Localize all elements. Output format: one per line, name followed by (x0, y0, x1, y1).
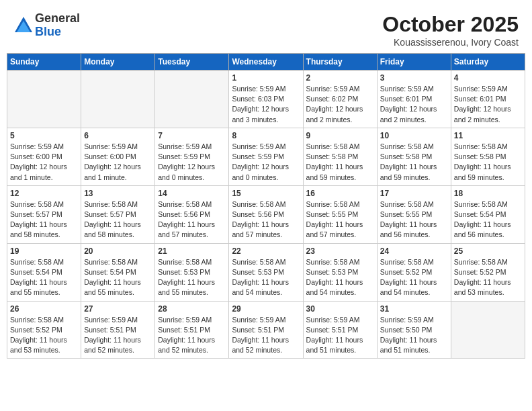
calendar-cell: 27Sunrise: 5:59 AMSunset: 5:51 PMDayligh… (81, 301, 155, 359)
day-info: Sunrise: 5:58 AMSunset: 5:57 PMDaylight:… (10, 199, 78, 240)
day-info: Sunrise: 5:59 AMSunset: 5:50 PMDaylight:… (380, 315, 448, 356)
day-number: 6 (84, 131, 152, 140)
logo-general: General (35, 12, 80, 26)
calendar-week-row: 1Sunrise: 5:59 AMSunset: 6:03 PMDaylight… (7, 71, 525, 128)
day-number: 5 (10, 131, 78, 140)
calendar-cell: 16Sunrise: 5:58 AMSunset: 5:55 PMDayligh… (303, 185, 377, 243)
calendar-cell: 26Sunrise: 5:58 AMSunset: 5:52 PMDayligh… (7, 301, 81, 359)
calendar-cell: 1Sunrise: 5:59 AMSunset: 6:03 PMDaylight… (229, 71, 303, 128)
day-number: 25 (454, 246, 522, 256)
calendar-cell: 11Sunrise: 5:58 AMSunset: 5:58 PMDayligh… (451, 128, 525, 185)
logo: General Blue (13, 12, 80, 39)
day-info: Sunrise: 5:58 AMSunset: 5:58 PMDaylight:… (380, 142, 448, 183)
day-info: Sunrise: 5:59 AMSunset: 5:51 PMDaylight:… (306, 315, 374, 356)
calendar-cell: 30Sunrise: 5:59 AMSunset: 5:51 PMDayligh… (303, 301, 377, 359)
calendar-cell: 5Sunrise: 5:59 AMSunset: 6:00 PMDaylight… (7, 128, 81, 185)
day-number: 12 (10, 189, 78, 198)
day-number: 26 (10, 304, 78, 314)
calendar-header-row: SundayMondayTuesdayWednesdayThursdayFrid… (7, 54, 525, 71)
day-number: 16 (306, 189, 374, 198)
calendar-cell: 3Sunrise: 5:59 AMSunset: 6:01 PMDaylight… (377, 71, 451, 128)
calendar-cell: 24Sunrise: 5:58 AMSunset: 5:52 PMDayligh… (377, 243, 451, 301)
weekday-header: Friday (377, 54, 451, 71)
day-number: 22 (232, 246, 300, 256)
day-number: 13 (84, 189, 152, 198)
weekday-header: Tuesday (155, 54, 229, 71)
calendar-cell (81, 71, 155, 128)
day-info: Sunrise: 5:59 AMSunset: 5:51 PMDaylight:… (84, 315, 152, 356)
calendar-cell (451, 301, 525, 359)
day-number: 10 (380, 131, 448, 140)
day-info: Sunrise: 5:58 AMSunset: 5:57 PMDaylight:… (84, 199, 152, 240)
day-info: Sunrise: 5:59 AMSunset: 6:00 PMDaylight:… (10, 142, 78, 183)
day-info: Sunrise: 5:58 AMSunset: 5:52 PMDaylight:… (10, 315, 78, 356)
logo-blue: Blue (35, 26, 80, 39)
day-number: 7 (158, 131, 226, 140)
day-number: 29 (232, 304, 300, 314)
calendar-cell (155, 71, 229, 128)
day-info: Sunrise: 5:58 AMSunset: 5:53 PMDaylight:… (232, 257, 300, 298)
day-info: Sunrise: 5:59 AMSunset: 6:03 PMDaylight:… (232, 84, 300, 125)
day-info: Sunrise: 5:59 AMSunset: 6:01 PMDaylight:… (380, 84, 448, 125)
calendar-cell: 14Sunrise: 5:58 AMSunset: 5:56 PMDayligh… (155, 185, 229, 243)
calendar-week-row: 12Sunrise: 5:58 AMSunset: 5:57 PMDayligh… (7, 185, 525, 243)
day-info: Sunrise: 5:58 AMSunset: 5:56 PMDaylight:… (158, 199, 226, 240)
day-info: Sunrise: 5:58 AMSunset: 5:58 PMDaylight:… (454, 142, 522, 183)
calendar-cell: 13Sunrise: 5:58 AMSunset: 5:57 PMDayligh… (81, 185, 155, 243)
calendar-cell: 29Sunrise: 5:59 AMSunset: 5:51 PMDayligh… (229, 301, 303, 359)
calendar-cell: 17Sunrise: 5:58 AMSunset: 5:55 PMDayligh… (377, 185, 451, 243)
calendar-cell: 4Sunrise: 5:59 AMSunset: 6:01 PMDaylight… (451, 71, 525, 128)
calendar-cell: 9Sunrise: 5:58 AMSunset: 5:58 PMDaylight… (303, 128, 377, 185)
day-info: Sunrise: 5:58 AMSunset: 5:53 PMDaylight:… (158, 257, 226, 298)
day-info: Sunrise: 5:59 AMSunset: 6:02 PMDaylight:… (306, 84, 374, 125)
day-info: Sunrise: 5:59 AMSunset: 5:59 PMDaylight:… (232, 142, 300, 183)
day-number: 15 (232, 189, 300, 198)
day-number: 9 (306, 131, 374, 140)
day-number: 21 (158, 246, 226, 256)
day-number: 17 (380, 189, 448, 198)
day-number: 30 (306, 304, 374, 314)
calendar-cell: 6Sunrise: 5:59 AMSunset: 6:00 PMDaylight… (81, 128, 155, 185)
calendar-cell: 20Sunrise: 5:58 AMSunset: 5:54 PMDayligh… (81, 243, 155, 301)
day-number: 20 (84, 246, 152, 256)
day-number: 19 (10, 246, 78, 256)
calendar-cell: 2Sunrise: 5:59 AMSunset: 6:02 PMDaylight… (303, 71, 377, 128)
day-number: 28 (158, 304, 226, 314)
month-title: October 2025 (382, 12, 519, 37)
day-number: 3 (380, 73, 448, 83)
calendar-cell: 15Sunrise: 5:58 AMSunset: 5:56 PMDayligh… (229, 185, 303, 243)
day-info: Sunrise: 5:58 AMSunset: 5:54 PMDaylight:… (84, 257, 152, 298)
day-info: Sunrise: 5:58 AMSunset: 5:58 PMDaylight:… (306, 142, 374, 183)
logo-text: General Blue (35, 12, 80, 39)
day-info: Sunrise: 5:59 AMSunset: 5:51 PMDaylight:… (158, 315, 226, 356)
calendar-cell: 23Sunrise: 5:58 AMSunset: 5:53 PMDayligh… (303, 243, 377, 301)
day-number: 2 (306, 73, 374, 83)
calendar-week-row: 26Sunrise: 5:58 AMSunset: 5:52 PMDayligh… (7, 301, 525, 359)
calendar-cell: 22Sunrise: 5:58 AMSunset: 5:53 PMDayligh… (229, 243, 303, 301)
day-info: Sunrise: 5:59 AMSunset: 5:51 PMDaylight:… (232, 315, 300, 356)
location-title: Kouassisserenou, Ivory Coast (382, 37, 519, 48)
day-info: Sunrise: 5:58 AMSunset: 5:52 PMDaylight:… (380, 257, 448, 298)
calendar-cell: 19Sunrise: 5:58 AMSunset: 5:54 PMDayligh… (7, 243, 81, 301)
calendar-cell: 31Sunrise: 5:59 AMSunset: 5:50 PMDayligh… (377, 301, 451, 359)
calendar-cell: 8Sunrise: 5:59 AMSunset: 5:59 PMDaylight… (229, 128, 303, 185)
day-number: 14 (158, 189, 226, 198)
calendar-table: SundayMondayTuesdayWednesdayThursdayFrid… (7, 53, 525, 359)
day-number: 1 (232, 73, 300, 83)
calendar-cell: 12Sunrise: 5:58 AMSunset: 5:57 PMDayligh… (7, 185, 81, 243)
weekday-header: Saturday (451, 54, 525, 71)
day-info: Sunrise: 5:58 AMSunset: 5:55 PMDaylight:… (380, 199, 448, 240)
day-number: 23 (306, 246, 374, 256)
calendar-cell: 25Sunrise: 5:58 AMSunset: 5:52 PMDayligh… (451, 243, 525, 301)
weekday-header: Monday (81, 54, 155, 71)
day-number: 4 (454, 73, 522, 83)
day-info: Sunrise: 5:58 AMSunset: 5:53 PMDaylight:… (306, 257, 374, 298)
day-number: 11 (454, 131, 522, 140)
calendar-cell (7, 71, 81, 128)
title-block: October 2025 Kouassisserenou, Ivory Coas… (382, 12, 519, 48)
page-header: General Blue October 2025 Kouassissereno… (7, 7, 525, 50)
day-number: 24 (380, 246, 448, 256)
day-info: Sunrise: 5:58 AMSunset: 5:54 PMDaylight:… (454, 199, 522, 240)
calendar-cell: 10Sunrise: 5:58 AMSunset: 5:58 PMDayligh… (377, 128, 451, 185)
day-info: Sunrise: 5:59 AMSunset: 6:00 PMDaylight:… (84, 142, 152, 183)
